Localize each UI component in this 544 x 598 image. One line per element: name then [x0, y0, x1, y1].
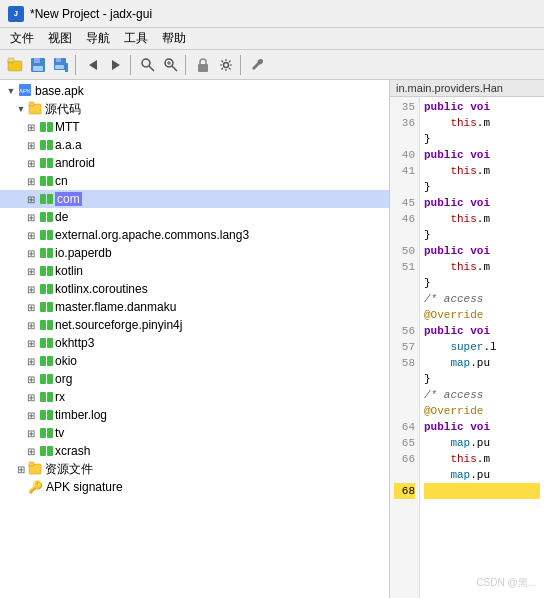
title-bar: J *New Project - jadx-gui: [0, 0, 544, 28]
tree-item-external[interactable]: ⊞ external.org.apache.commons.lang3: [0, 226, 389, 244]
menu-view[interactable]: 视图: [42, 29, 78, 48]
svg-rect-34: [40, 212, 46, 222]
tree-item-master[interactable]: ⊞ master.flame.danmaku: [0, 298, 389, 316]
pkg-icon: [40, 194, 53, 205]
svg-rect-5: [33, 66, 43, 71]
expand-icon: ⊞: [24, 336, 38, 350]
key-icon: 🔑: [28, 480, 43, 494]
menu-help[interactable]: 帮助: [156, 29, 192, 48]
code-line-36: this.m: [424, 115, 540, 131]
code-line-66: this.m: [424, 451, 540, 467]
tree-item-android[interactable]: ⊞ android: [0, 154, 389, 172]
tree-label: net.sourceforge.pinyin4j: [55, 318, 182, 332]
line-num-blank6: [394, 307, 415, 323]
tree-label: timber.log: [55, 408, 107, 422]
open-folder-btn[interactable]: [4, 54, 26, 76]
svg-rect-27: [47, 140, 53, 150]
menu-file[interactable]: 文件: [4, 29, 40, 48]
pkg-icon: [40, 176, 53, 187]
pkg-icon: [40, 158, 53, 169]
svg-marker-11: [112, 60, 120, 70]
code-line-override1: @Override: [424, 307, 540, 323]
tree-item-resources[interactable]: ⊞ 资源文件: [0, 460, 389, 478]
tree-label: 资源文件: [45, 461, 93, 478]
save-btn[interactable]: [27, 54, 49, 76]
svg-rect-61: [47, 446, 53, 456]
tree-item-de[interactable]: ⊞ de: [0, 208, 389, 226]
find-btn[interactable]: [160, 54, 182, 76]
line-num-50: 50: [394, 243, 415, 259]
menu-nav[interactable]: 导航: [80, 29, 116, 48]
line-num-blank9: [394, 403, 415, 419]
tree-label: cn: [55, 174, 68, 188]
svg-rect-51: [47, 356, 53, 366]
svg-line-15: [172, 66, 177, 71]
file-tree[interactable]: ▼ APK base.apk ▼ 源代码 ⊞ MTT ⊞: [0, 80, 390, 598]
tree-item-kotlinx[interactable]: ⊞ kotlinx.coroutines: [0, 280, 389, 298]
tree-item-rx[interactable]: ⊞ rx: [0, 388, 389, 406]
svg-line-13: [149, 66, 154, 71]
tree-item-timber[interactable]: ⊞ timber.log: [0, 406, 389, 424]
tree-item-okio[interactable]: ⊞ okio: [0, 352, 389, 370]
pkg-icon: [40, 140, 53, 151]
line-num-blank5: [394, 291, 415, 307]
line-num-68: 68: [394, 483, 415, 499]
svg-rect-57: [47, 410, 53, 420]
forward-btn[interactable]: [105, 54, 127, 76]
pkg-icon: [40, 374, 53, 385]
svg-rect-26: [40, 140, 46, 150]
tree-item-xcrash[interactable]: ⊞ xcrash: [0, 442, 389, 460]
tree-item-org[interactable]: ⊞ org: [0, 370, 389, 388]
toolbar-sep1: [75, 55, 79, 75]
title-bar-text: *New Project - jadx-gui: [30, 7, 152, 21]
settings-btn[interactable]: [215, 54, 237, 76]
svg-rect-59: [47, 428, 53, 438]
menu-tools[interactable]: 工具: [118, 29, 154, 48]
svg-rect-42: [40, 284, 46, 294]
line-num-blank8: [394, 387, 415, 403]
svg-rect-4: [34, 58, 40, 63]
svg-rect-49: [47, 338, 53, 348]
tree-item-io[interactable]: ⊞ io.paperdb: [0, 244, 389, 262]
tree-item-cn[interactable]: ⊞ cn: [0, 172, 389, 190]
svg-rect-8: [55, 65, 64, 69]
svg-rect-56: [40, 410, 46, 420]
code-line-override2: @Override: [424, 403, 540, 419]
svg-rect-52: [40, 374, 46, 384]
tree-item-base-apk[interactable]: ▼ APK base.apk: [0, 82, 389, 100]
tree-label: master.flame.danmaku: [55, 300, 176, 314]
expand-icon: ⊞: [24, 282, 38, 296]
tree-item-okhttp3[interactable]: ⊞ okhttp3: [0, 334, 389, 352]
svg-rect-46: [40, 320, 46, 330]
tree-item-com[interactable]: ⊞ com: [0, 190, 389, 208]
code-line-65: map.pu: [424, 435, 540, 451]
back-btn[interactable]: [82, 54, 104, 76]
expand-icon: ⊞: [24, 300, 38, 314]
expand-icon: ▼: [14, 102, 28, 116]
tree-item-tv[interactable]: ⊞ tv: [0, 424, 389, 442]
tree-item-aaa[interactable]: ⊞ a.a.a: [0, 136, 389, 154]
wrench-btn[interactable]: [247, 54, 269, 76]
line-numbers: 35 36 40 41 45 46 50 51 56 57 58: [390, 97, 420, 598]
save-all-btn[interactable]: [50, 54, 72, 76]
tree-item-mtt[interactable]: ⊞ MTT: [0, 118, 389, 136]
svg-rect-18: [198, 64, 208, 72]
expand-icon: ⊞: [24, 138, 38, 152]
tree-label: MTT: [55, 120, 80, 134]
code-line-50: public voi: [424, 243, 540, 259]
tree-item-apk-sig[interactable]: 🔑 APK signature: [0, 478, 389, 496]
line-num-blank10: [394, 467, 415, 483]
expand-icon: ⊞: [24, 264, 38, 278]
expand-icon: ⊞: [24, 228, 38, 242]
svg-rect-53: [47, 374, 53, 384]
lock-btn[interactable]: [192, 54, 214, 76]
search-btn[interactable]: [137, 54, 159, 76]
svg-rect-28: [40, 158, 46, 168]
svg-rect-41: [47, 266, 53, 276]
expand-icon: ⊞: [24, 156, 38, 170]
tree-item-net[interactable]: ⊞ net.sourceforge.pinyin4j: [0, 316, 389, 334]
svg-rect-40: [40, 266, 46, 276]
tree-item-kotlin[interactable]: ⊞ kotlin: [0, 262, 389, 280]
line-num-blank3: [394, 227, 415, 243]
tree-item-source[interactable]: ▼ 源代码: [0, 100, 389, 118]
